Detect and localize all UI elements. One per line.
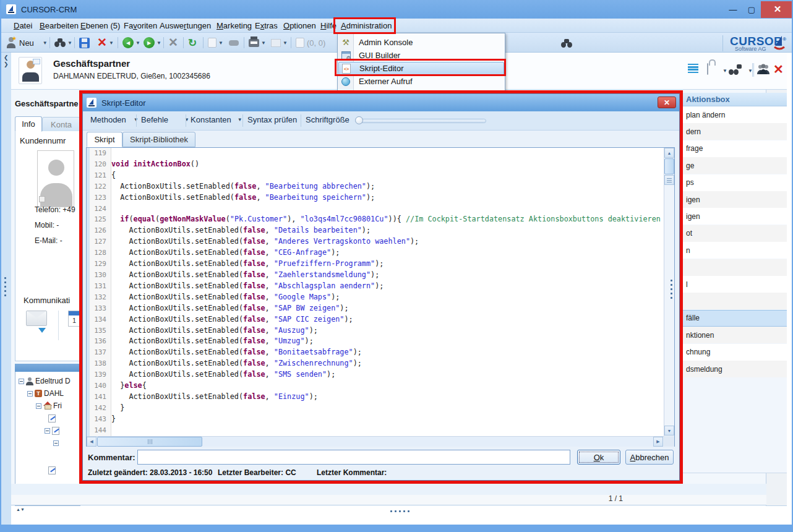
dialog-title-bar[interactable]: Skript-Editor [83, 94, 679, 111]
menubar-item-bearbeiten[interactable]: Bearbeiten [37, 20, 81, 31]
code-line[interactable]: ActionBoxUtils.setEnabled(false, "SAP CI… [111, 314, 664, 325]
controller-button[interactable] [229, 36, 239, 49]
code-line[interactable]: ActionBoxUtils.setEnabled(false, "Einzug… [111, 392, 664, 403]
splitter-handle[interactable] [4, 277, 6, 296]
horizontal-scroll-thumb[interactable] [97, 437, 202, 447]
close-button[interactable]: ✕ [761, 1, 793, 18]
methoden-dropdown[interactable]: Methoden▼ [90, 115, 139, 124]
scroll-right-icon[interactable]: ▶ [653, 437, 663, 447]
list-menu-icon[interactable] [688, 64, 698, 73]
chevron-down-icon[interactable]: ▼ [283, 40, 288, 46]
code-line[interactable]: ActionBoxUtils.setEnabled(false, "Andere… [111, 236, 664, 247]
admin-menu-item-admin-konsole[interactable]: ⚒Admin Konsole [338, 36, 504, 49]
code-line[interactable]: ActionBoxUtils.setEnabled(false, "Auszug… [111, 325, 664, 337]
menubar-item-auswertungen[interactable]: Auswertungen [157, 20, 213, 31]
menubar-item-marketing[interactable]: Marketing [214, 20, 254, 31]
lock-icon[interactable] [707, 63, 708, 75]
group-people-icon[interactable] [757, 63, 769, 78]
dialog-close-button[interactable]: ✕ [658, 97, 676, 108]
font-size-slider[interactable] [355, 116, 363, 124]
cancel-button[interactable]: Abbrechen [625, 450, 674, 465]
email-dropdown-icon[interactable] [38, 328, 46, 333]
tree-item-dahl[interactable]: TDAHL [27, 387, 64, 400]
chevron-down-icon[interactable]: ▼ [135, 40, 140, 46]
code-line[interactable]: ActionBoxUtils.setEnabled(false, "CEG-An… [111, 247, 664, 259]
befehle-dropdown[interactable]: Befehle▼ [141, 115, 189, 124]
code-area[interactable]: void initActionBox(){ ActionBoxUtils.set… [111, 148, 664, 436]
actionbox-item-ps[interactable]: ps [672, 174, 787, 191]
chevron-down-icon[interactable]: ▼ [218, 40, 223, 46]
close-record-icon[interactable]: ✕ [773, 62, 784, 77]
forward-button[interactable]: ▶▼ [144, 36, 161, 49]
save-button[interactable] [79, 36, 90, 49]
admin-menu-item-gui-builder[interactable]: GUI Builder [338, 49, 504, 62]
collapse-left-icon[interactable]: ❮ [4, 54, 9, 61]
email-icon[interactable] [26, 311, 47, 326]
scroll-left-icon[interactable]: ◀ [87, 437, 96, 447]
chevron-down-icon[interactable]: ▼ [43, 40, 48, 46]
tab-skript[interactable]: Skript [87, 132, 122, 147]
code-line[interactable]: ActionBoxUtils.setEnabled(false, "Umzug"… [111, 336, 664, 347]
code-line[interactable]: ActionBoxUtils.setEnabled(false, "Bearbe… [111, 181, 664, 192]
vertical-scroll-thumb[interactable] [664, 158, 674, 174]
actionbox-item-dsmeldung[interactable]: dsmeldung [672, 361, 787, 377]
tree-item-fri[interactable]: Fri [36, 400, 62, 412]
chevron-down-icon[interactable]: ▼ [722, 68, 727, 74]
code-line[interactable]: ActionBoxUtils.setEnabled(false, "Zwisch… [111, 358, 664, 369]
quick-search-button[interactable] [561, 36, 572, 50]
code-line[interactable]: }else{ [111, 380, 664, 392]
actionbox-item-dern[interactable]: dern [672, 123, 787, 140]
photo-edit-icon[interactable] [39, 196, 45, 202]
actionbox-item-igen[interactable]: igen [672, 208, 787, 225]
actionbox-item-chnung[interactable]: chnung [672, 344, 787, 361]
code-line[interactable]: ActionBoxUtils.setEnabled(false, "SAP BW… [111, 303, 664, 314]
code-line[interactable]: { [111, 170, 664, 181]
ok-button[interactable]: Ok [577, 450, 620, 465]
scroll-grip[interactable] [664, 175, 674, 185]
code-line[interactable] [111, 425, 664, 436]
code-line[interactable]: ActionBoxUtils.setEnabled(false, "Pruefz… [111, 259, 664, 270]
expand-right-icon[interactable]: ❯ [4, 61, 9, 67]
tree-expander[interactable] [36, 403, 41, 409]
menubar-item-extras[interactable]: Extras [252, 20, 280, 31]
menubar-item-ebenen-5[interactable]: Ebenen (5) [78, 20, 122, 31]
clipboard-button[interactable]: (0, 0) [296, 36, 325, 49]
horizontal-scrollbar[interactable]: ◀ ▶ [87, 436, 664, 447]
tree-item[interactable] [53, 437, 59, 449]
back-button[interactable]: ◀▼ [122, 36, 140, 49]
actionbox-item-frage[interactable]: frage [672, 140, 787, 157]
actionbox-item-igen[interactable]: igen [672, 191, 787, 208]
actionbox-item-ot[interactable]: ot [672, 225, 787, 242]
calendar-icon[interactable]: 1 [68, 311, 80, 327]
comment-input[interactable] [137, 450, 570, 465]
tree-item[interactable] [48, 412, 56, 424]
syntax-check-button[interactable]: Syntax prüfen [247, 115, 297, 124]
tab-kontakte[interactable]: Konta [42, 117, 80, 132]
admin-menu-item-skript-editor[interactable]: <>Skript-Editor [338, 62, 504, 75]
tab-skript-bibliothek[interactable]: Skript-Bibliothek [122, 132, 195, 147]
menubar-item-favoriten[interactable]: Favoriten [121, 20, 160, 31]
new-document-button[interactable]: ▼ [208, 36, 223, 49]
code-line[interactable]: ActionBoxUtils.setEnabled(false, "Bonita… [111, 347, 664, 358]
sort-arrows-icon[interactable]: ▲▼ [16, 507, 25, 512]
actionbox-item[interactable] [672, 293, 787, 309]
tab-info[interactable]: Info [15, 116, 42, 132]
code-line[interactable]: ActionBoxUtils.setEnabled(false, "SMS se… [111, 369, 664, 380]
vertical-scrollbar[interactable]: ▲ ▼ [664, 148, 674, 436]
print-button[interactable]: ▼ [249, 36, 266, 49]
code-line[interactable]: if(equal(getNonMaskValue("Pk.Customer"),… [111, 214, 664, 225]
chevron-down-icon[interactable]: ▼ [261, 40, 266, 46]
tree-item[interactable] [45, 424, 59, 437]
menubar-item-optionen[interactable]: Optionen [281, 20, 319, 31]
scroll-down-icon[interactable]: ▼ [664, 426, 674, 435]
delete-button[interactable]: ✕▼ [97, 36, 114, 49]
code-line[interactable]: void initActionBox() [111, 159, 664, 170]
tree-expander[interactable] [53, 440, 59, 446]
frame-button[interactable]: ▼ [271, 36, 288, 49]
code-line[interactable]: } [111, 414, 664, 425]
code-line[interactable]: } [111, 403, 664, 414]
menubar-item-administration[interactable]: Administration [338, 20, 394, 31]
menubar-item-hilfe[interactable]: Hilfe [318, 20, 339, 31]
tree-expander[interactable] [45, 428, 50, 434]
konstanten-dropdown[interactable]: Konstanten▼ [191, 115, 242, 124]
